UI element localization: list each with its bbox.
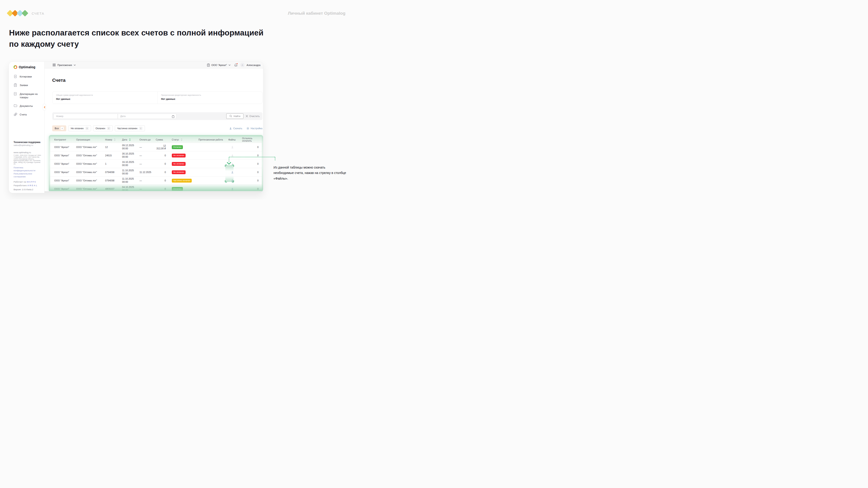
chip-label: Частично оплачен: [117, 127, 137, 130]
privacy-link[interactable]: Политика конфиденциальности: [13, 166, 42, 172]
notifications-bell-icon[interactable]: [235, 64, 237, 67]
stat-total-debt: Общая сумма кредитной задолженности Нет …: [53, 92, 157, 104]
table-row: ООО "Ареал"ООО "Оптима лог"1209.12.20250…: [50, 143, 262, 151]
cell-remaining: 0: [239, 146, 262, 149]
cell-date: 16.10.202500:00: [119, 161, 137, 167]
clipboard-icon: [207, 64, 210, 67]
heading-line1: Ниже располагается список всех счетов с …: [9, 28, 264, 37]
status-badge: Не оплачен: [172, 170, 186, 174]
sidebar-collapse-button[interactable]: [43, 104, 46, 110]
areal-logo: AREAL: [27, 184, 38, 187]
cell-number: 1: [102, 162, 119, 165]
cell-org: ООО "Оптима лог": [73, 179, 102, 182]
filter-chips-row: Все6Не оплачен3Оплачен2Частично оплачен1…: [52, 125, 262, 131]
sort-icon[interactable]: [181, 138, 182, 141]
cell-number: 12: [102, 146, 119, 149]
diamond-logo-icon: [7, 9, 29, 17]
agreement-link[interactable]: Пользовательское соглашение: [13, 172, 42, 178]
sidebar-item-label: Счета: [20, 113, 27, 116]
doc-icon: [14, 92, 17, 96]
sidebar-nav: ₽КотировкиЗаявкиДекларации на товарыДоку…: [9, 75, 44, 117]
coins-icon: [14, 113, 17, 116]
column-header-label: Организация: [76, 138, 90, 141]
cell-due: —: [137, 146, 153, 149]
user-name[interactable]: Александра: [247, 64, 260, 66]
site-link[interactable]: www.optimalog.ru: [13, 151, 42, 154]
cell-number: 4809337: [102, 188, 119, 190]
gear-icon: [246, 127, 249, 130]
filter-chip-2[interactable]: Оплачен2: [93, 125, 113, 131]
org-selector[interactable]: ООО "Ареал": [207, 64, 230, 67]
avatar[interactable]: А: [240, 63, 245, 67]
column-header[interactable]: Номер: [102, 138, 119, 141]
chip-label: Все: [55, 127, 59, 130]
close-icon: [246, 115, 248, 117]
cell-sum: 0: [153, 162, 169, 165]
download-file-icon[interactable]: [230, 145, 235, 149]
date-input[interactable]: [118, 113, 176, 119]
status-badge: Не оплачен: [172, 162, 186, 166]
sidebar-item-dokumenty[interactable]: Документы: [9, 104, 44, 108]
page-heading: Ниже располагается список всех счетов с …: [9, 27, 264, 50]
sidebar-item-label: Заявки: [20, 84, 28, 87]
annotation-text: Из данной таблицы можно скачать необходи…: [274, 165, 346, 181]
cell-org: ООО "Оптима лог": [73, 162, 102, 165]
sort-icon[interactable]: [129, 138, 131, 141]
status-badge: Не оплачен: [172, 154, 186, 158]
column-header[interactable]: Статус: [169, 138, 196, 141]
sidebar-item-scheta[interactable]: Счета: [9, 113, 44, 116]
download-table-button[interactable]: Скачать: [229, 127, 242, 130]
column-header-label: Оплата до: [140, 138, 151, 141]
cell-org: ООО "Оптима лог": [73, 146, 102, 149]
filter-chip-3[interactable]: Частично оплачен1: [115, 125, 145, 131]
column-header: Осталось оплатить: [239, 137, 262, 142]
cell-due: —: [137, 162, 153, 165]
app-brand[interactable]: Optimalog: [9, 65, 44, 69]
chip-count-badge: 6: [61, 127, 64, 130]
sidebar-item-deklaracii[interactable]: Декларации на товары: [9, 92, 44, 99]
support-email-link[interactable]: sales@optimalog.ru: [13, 144, 42, 147]
cell-status: Оплачен: [169, 187, 196, 191]
cell-contractor: ООО "Ареал": [50, 162, 73, 165]
sidebar-item-label: Котировки: [20, 75, 32, 78]
page: СЧЕТА Личный кабинет Optimalog Ниже расп…: [0, 0, 354, 199]
sidebar: Optimalog ₽КотировкиЗаявкиДекларации на …: [9, 62, 44, 193]
cell-sum: 0: [153, 188, 169, 190]
folder-icon: [14, 104, 17, 107]
cell-status: Не оплачен: [169, 162, 196, 166]
table-actions: Скачать Настройка: [229, 127, 262, 130]
download-file-icon[interactable]: [230, 187, 235, 191]
search-panel: Найти Очистить: [52, 112, 262, 120]
sidebar-item-kotirovki[interactable]: ₽Котировки: [9, 75, 44, 78]
cell-sum: 12 312,00 ₽: [153, 144, 169, 150]
cell-due: 11.12.2025: [137, 171, 153, 173]
status-badge: Оплачен: [172, 187, 183, 191]
find-button[interactable]: Найти: [226, 113, 243, 119]
stat-overdue-debt: Просроченная кредиторская задолженность …: [157, 92, 262, 104]
filter-chip-1[interactable]: Не оплачен3: [68, 125, 91, 131]
filter-chip-0[interactable]: Все6: [52, 125, 66, 131]
column-header-label: Контрагент: [54, 138, 66, 141]
column-header-label: Статус: [172, 138, 179, 141]
clear-button[interactable]: Очистить: [246, 115, 260, 118]
cell-org: ООО "Оптима лог": [73, 171, 102, 173]
sidebar-item-zayavki[interactable]: Заявки: [9, 84, 44, 87]
cell-date: 11.10.202500:00: [119, 169, 137, 175]
column-header-label: Претензионная работа: [198, 138, 223, 141]
stats-panel: Общая сумма кредитной задолженности Нет …: [52, 92, 262, 104]
annotation-focus-box: [225, 165, 234, 182]
apps-menu-trigger[interactable]: Приложения: [53, 64, 76, 66]
column-header: Контрагент: [50, 138, 73, 141]
cell-date: 04.10.202500:00: [119, 186, 137, 191]
sort-icon[interactable]: [114, 138, 116, 141]
cell-remaining: 0: [239, 188, 262, 190]
topbar-right: ООО "Ареал" А Александра: [207, 63, 260, 67]
filter-chips: Все6Не оплачен3Оплачен2Частично оплачен1: [52, 125, 145, 131]
settings-button[interactable]: Настройка: [246, 127, 262, 130]
svg-text:₽: ₽: [15, 76, 16, 77]
chevron-down-icon: [74, 64, 76, 66]
copyright-text: © 2009 - 2026 ООО "Оптима лог" ИНН: 7716…: [13, 155, 42, 165]
cell-files: [225, 145, 239, 149]
number-input[interactable]: [54, 113, 118, 119]
column-header[interactable]: Дата: [119, 138, 137, 141]
